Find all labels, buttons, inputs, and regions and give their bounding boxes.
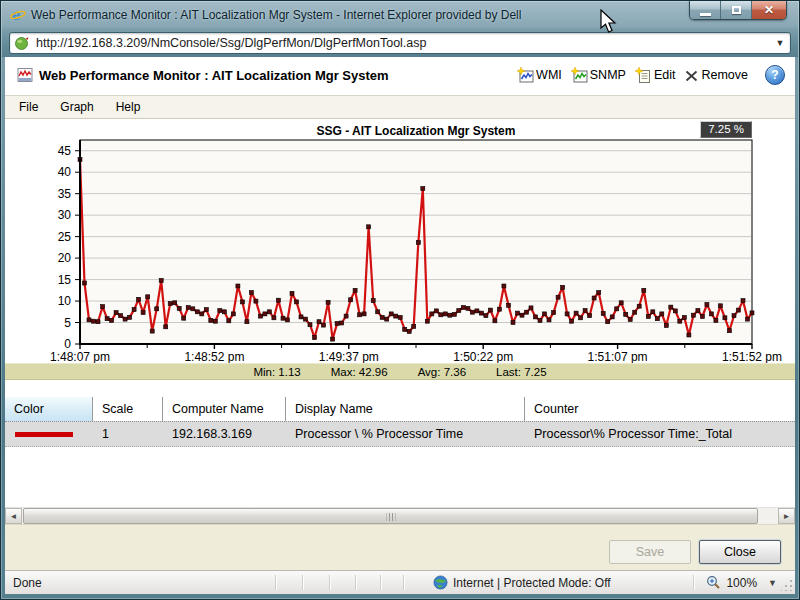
help-button[interactable]: ? — [765, 65, 785, 85]
column-header-counter[interactable]: Counter — [525, 397, 795, 421]
browser-window: e Web Performance Monitor : AIT Localiza… — [0, 0, 800, 600]
horizontal-scrollbar: ◄ ► — [5, 507, 795, 524]
status-bar: Done Internet | Protected Mode: Off 100%… — [5, 570, 795, 594]
zoom-dropdown-icon: ▼ — [768, 578, 777, 588]
wmi-label: WMI — [536, 68, 562, 82]
minimize-icon — [700, 13, 711, 16]
remove-label: Remove — [701, 68, 748, 82]
table-header-row: Color Scale Computer Name Display Name C… — [5, 397, 795, 421]
svg-text:10: 10 — [58, 294, 72, 308]
svg-text:35: 35 — [58, 187, 72, 201]
app-header: Web Performance Monitor : AIT Localizati… — [5, 57, 795, 95]
column-header-computer-name[interactable]: Computer Name — [163, 397, 286, 421]
cell-computer-name: 192.168.3.169 — [163, 422, 286, 446]
column-header-scale[interactable]: Scale — [93, 397, 163, 421]
edit-label: Edit — [654, 68, 676, 82]
address-input[interactable] — [36, 36, 770, 50]
svg-text:30: 30 — [58, 208, 72, 222]
stat-min: Min: 1.13 — [253, 366, 300, 378]
svg-text:1:48:07 pm: 1:48:07 pm — [50, 350, 110, 363]
close-window-button[interactable]: ✕ — [752, 1, 786, 19]
svg-text:15: 15 — [58, 273, 72, 287]
svg-text:40: 40 — [58, 165, 72, 179]
cell-display-name: Processor \ % Processor Time — [286, 422, 525, 446]
remove-x-icon — [684, 68, 699, 83]
status-separator — [355, 575, 356, 590]
wmi-button[interactable]: WMI — [517, 67, 562, 84]
close-button[interactable]: Close — [699, 540, 781, 564]
window-title: Web Performance Monitor : AIT Localizati… — [31, 8, 521, 22]
column-header-color[interactable]: Color — [5, 397, 93, 421]
title-bar: e Web Performance Monitor : AIT Localiza… — [1, 1, 799, 28]
wmi-icon — [517, 67, 534, 84]
series-color-swatch — [15, 432, 73, 437]
remove-button[interactable]: Remove — [684, 68, 748, 83]
resize-grip[interactable] — [781, 579, 793, 591]
stat-avg: Avg: 7.36 — [418, 366, 466, 378]
status-separator — [380, 575, 381, 590]
scrollbar-thumb[interactable] — [23, 508, 758, 524]
status-separator — [693, 575, 694, 590]
help-icon: ? — [771, 68, 778, 82]
performance-chart-icon — [17, 67, 33, 83]
status-separator — [329, 575, 330, 590]
svg-text:5: 5 — [64, 316, 71, 330]
svg-text:45: 45 — [58, 144, 72, 158]
stat-last: Last: 7.25 — [496, 366, 547, 378]
dialog-footer: Save Close — [5, 524, 795, 570]
zoom-magnifier-icon — [706, 575, 721, 590]
ie-logo-icon: e — [10, 7, 26, 23]
scrollbar-grip-icon — [386, 513, 395, 521]
close-icon: ✕ — [764, 4, 774, 16]
chart-area: SSG - AIT Localization Mgr System 7.25 %… — [5, 119, 795, 363]
chart-plot-svg: 0510152025303540451:48:07 pm1:48:52 pm1:… — [5, 119, 795, 363]
menu-item-graph[interactable]: Graph — [52, 97, 101, 117]
snmp-button[interactable]: SNMP — [571, 67, 626, 84]
maximize-icon — [732, 6, 741, 14]
cell-counter: Processor\% Processor Time:_Total — [525, 422, 795, 446]
svg-text:1:50:22 pm: 1:50:22 pm — [453, 350, 513, 363]
address-dropdown-button[interactable]: ▼ — [770, 38, 790, 48]
stat-max: Max: 42.96 — [331, 366, 388, 378]
maximize-button[interactable] — [721, 1, 752, 19]
edit-button[interactable]: Edit — [635, 67, 676, 84]
window-controls: ✕ — [689, 1, 787, 20]
status-separator — [302, 575, 303, 590]
zoom-level: 100% — [726, 576, 757, 590]
svg-text:1:51:07 pm: 1:51:07 pm — [588, 350, 648, 363]
svg-text:1:51:52 pm: 1:51:52 pm — [722, 350, 782, 363]
zoom-control[interactable]: 100% ▼ — [706, 575, 777, 590]
menu-item-help[interactable]: Help — [108, 97, 149, 117]
page-globe-icon — [14, 35, 30, 51]
counters-table: Color Scale Computer Name Display Name C… — [5, 397, 795, 447]
address-bar: ▼ — [2, 28, 798, 57]
cell-scale: 1 — [93, 422, 163, 446]
svg-text:1:49:37 pm: 1:49:37 pm — [319, 350, 379, 363]
internet-globe-icon — [433, 575, 448, 590]
security-zone-text: Internet | Protected Mode: Off — [453, 576, 611, 590]
stats-bar: Min: 1.13 Max: 42.96 Avg: 7.36 Last: 7.2… — [5, 363, 795, 380]
header-actions: WMI SNMP — [517, 65, 785, 85]
svg-text:25: 25 — [58, 230, 72, 244]
scrollbar-track[interactable] — [22, 508, 778, 524]
page-content: Web Performance Monitor : AIT Localizati… — [5, 57, 795, 570]
column-header-display-name[interactable]: Display Name — [286, 397, 525, 421]
svg-text:1:48:52 pm: 1:48:52 pm — [184, 350, 244, 363]
svg-text:0: 0 — [64, 337, 71, 351]
edit-icon — [635, 67, 652, 84]
page-title: Web Performance Monitor : AIT Localizati… — [39, 68, 389, 83]
address-box: ▼ — [9, 32, 791, 54]
svg-text:20: 20 — [58, 251, 72, 265]
status-separator — [403, 575, 404, 590]
snmp-label: SNMP — [590, 68, 626, 82]
menu-bar: File Graph Help — [5, 95, 795, 119]
table-row[interactable]: 1 192.168.3.169 Processor \ % Processor … — [5, 421, 795, 447]
minimize-button[interactable] — [690, 1, 721, 19]
scroll-left-button[interactable]: ◄ — [5, 508, 22, 524]
status-separator — [275, 575, 276, 590]
save-button[interactable]: Save — [609, 540, 691, 564]
scroll-right-button[interactable]: ► — [778, 508, 795, 524]
menu-item-file[interactable]: File — [11, 97, 46, 117]
snmp-icon — [571, 67, 588, 84]
cell-color — [5, 422, 93, 446]
